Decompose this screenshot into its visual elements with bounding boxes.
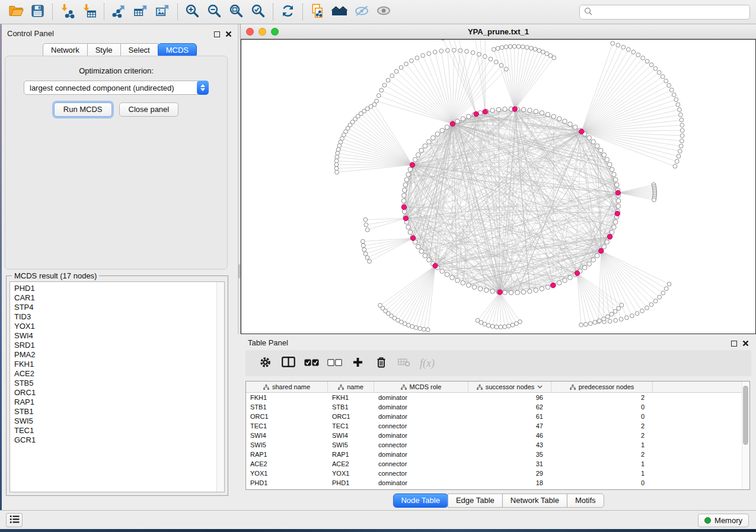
mcds-result-item[interactable]: SRD1 (14, 341, 224, 350)
task-history-button[interactable] (6, 513, 23, 527)
import-table-icon (82, 4, 97, 21)
mcds-result-item[interactable]: ORC1 (14, 388, 224, 398)
network-title: YPA_prune.txt_1 (241, 24, 756, 39)
zoom-fit-icon (229, 4, 244, 21)
table-scrollbar[interactable] (742, 382, 749, 489)
show-all-button[interactable] (372, 2, 394, 22)
import-table-button[interactable] (78, 2, 100, 22)
column-header-name[interactable]: name (328, 382, 374, 392)
hide-selected-button[interactable] (350, 2, 372, 22)
open-session-button[interactable] (5, 2, 27, 22)
delete-column-button[interactable] (369, 350, 393, 376)
zoom-in-button[interactable] (181, 2, 203, 22)
close-panel-icon[interactable] (225, 29, 232, 40)
table-row[interactable]: FKH1FKH1dominator962 (246, 393, 749, 402)
table-cell: ACE2 (328, 460, 374, 467)
mcds-result-item[interactable]: TEC1 (14, 426, 224, 435)
tab-node-table[interactable]: Node Table (393, 493, 448, 508)
delete-table-button[interactable] (393, 350, 416, 376)
copy-network-icon (310, 4, 325, 21)
zoom-out-button[interactable] (203, 2, 225, 22)
export-network-button[interactable] (108, 2, 130, 22)
mcds-result-item[interactable]: SWI4 (14, 331, 224, 341)
table-cell: SWI5 (328, 441, 374, 448)
scrollbar-thumb[interactable] (743, 386, 748, 445)
splitter-grip-icon[interactable] (238, 264, 240, 278)
column-header-MCDS-role[interactable]: MCDS role (374, 382, 468, 392)
table-panel-title: Table Panel (248, 338, 288, 347)
function-builder-button[interactable]: f(x) (416, 350, 439, 376)
first-neighbors-button[interactable] (328, 2, 350, 22)
export-image-button[interactable] (152, 2, 174, 22)
table-cell: YOX1 (246, 470, 328, 477)
mcds-result-item[interactable]: RAP1 (14, 398, 224, 407)
table-row[interactable]: ACE2ACE2connector311 (246, 459, 749, 469)
mcds-result-item[interactable]: STB5 (14, 379, 224, 388)
mcds-result-item[interactable]: FKH1 (14, 360, 224, 369)
table-cell: 47 (468, 422, 551, 430)
table-row[interactable]: PHD1PHD1dominator180 (246, 478, 749, 488)
search-field[interactable] (579, 5, 750, 20)
table-cell: ORC1 (246, 413, 328, 420)
column-header-shared-name[interactable]: shared name (246, 382, 328, 392)
deselect-all-button[interactable] (323, 350, 346, 376)
mcds-result-item[interactable]: STB1 (14, 407, 224, 416)
control-panel-title: Control Panel (7, 29, 54, 38)
network-titlebar[interactable]: YPA_prune.txt_1 (241, 24, 756, 39)
mcds-result-item[interactable]: GCR1 (14, 435, 224, 445)
node-table[interactable]: shared namenameMCDS rolesuccessor nodesp… (245, 381, 750, 490)
close-panel-icon[interactable] (742, 338, 749, 349)
save-session-button[interactable] (27, 2, 49, 22)
network-canvas[interactable] (241, 39, 756, 334)
table-row[interactable]: ORC1ORC1dominator610 (246, 412, 749, 421)
tab-motifs[interactable]: Motifs (567, 493, 604, 508)
zoom-out-icon (207, 4, 222, 21)
mcds-result-item[interactable]: TID3 (14, 312, 224, 322)
table-row[interactable]: YOX1YOX1connector291 (246, 469, 749, 478)
mcds-panel: Optimization criterion: largest connecte… (5, 56, 228, 270)
mcds-result-item[interactable]: SWI5 (14, 416, 224, 426)
float-panel-icon[interactable] (214, 31, 220, 37)
tab-edge-table[interactable]: Edge Table (448, 493, 503, 508)
mcds-result-item[interactable]: ACE2 (14, 369, 224, 379)
table-row[interactable]: RAP1RAP1dominator352 (246, 450, 749, 459)
zoom-fit-button[interactable] (225, 2, 247, 22)
table-panel: Table Panel f(x) shared namenameMCDS rol… (241, 334, 756, 510)
table-cell: 0 (551, 403, 653, 411)
mcds-result-item[interactable]: PMA2 (14, 350, 224, 360)
apply-layout-button[interactable] (277, 2, 299, 22)
export-image-icon (155, 4, 170, 21)
table-cell: TEC1 (328, 422, 374, 430)
column-view-button[interactable] (277, 350, 300, 376)
select-all-button[interactable] (300, 350, 323, 376)
mcds-result-item[interactable]: CAR1 (14, 293, 224, 303)
tab-network-table[interactable]: Network Table (502, 493, 567, 508)
column-header-successor-nodes[interactable]: successor nodes (468, 382, 551, 392)
table-row[interactable]: TEC1TEC1connector472 (246, 421, 749, 431)
table-row[interactable]: SWI4SWI4dominator462 (246, 431, 749, 440)
column-header-predecessor-nodes[interactable]: predecessor nodes (551, 382, 653, 392)
network-graph[interactable] (241, 40, 755, 334)
optimization-criterion-select[interactable]: largest connected component (undirected) (24, 81, 209, 95)
table-cell: 2 (551, 422, 653, 430)
mcds-result-item[interactable]: PHD1 (14, 284, 224, 293)
mcds-result-item[interactable]: YOX1 (14, 322, 224, 331)
mcds-result-item[interactable]: STP4 (14, 303, 224, 312)
search-input[interactable] (592, 8, 749, 17)
zoom-selected-button[interactable] (247, 2, 269, 22)
import-network-button[interactable] (56, 2, 78, 22)
open-folder-icon (8, 4, 24, 20)
run-mcds-button[interactable]: Run MCDS (54, 102, 112, 117)
float-panel-icon[interactable] (731, 341, 737, 347)
export-table-button[interactable] (130, 2, 152, 22)
network-from-selection-button[interactable] (307, 2, 328, 22)
close-panel-button[interactable]: Close panel (119, 102, 179, 117)
table-row[interactable]: SWI5SWI5connector431 (246, 440, 749, 450)
add-column-button[interactable] (346, 350, 369, 376)
memory-button[interactable]: Memory (698, 514, 749, 527)
mcds-result-list[interactable]: PHD1CAR1STP4TID3YOX1SWI4SRD1PMA2FKH1ACE2… (9, 281, 225, 492)
table-settings-button[interactable] (254, 350, 277, 376)
table-cell: RAP1 (246, 451, 328, 458)
table-row[interactable]: STB1STB1dominator620 (246, 402, 749, 412)
result-list-scrollbar[interactable] (216, 282, 224, 492)
